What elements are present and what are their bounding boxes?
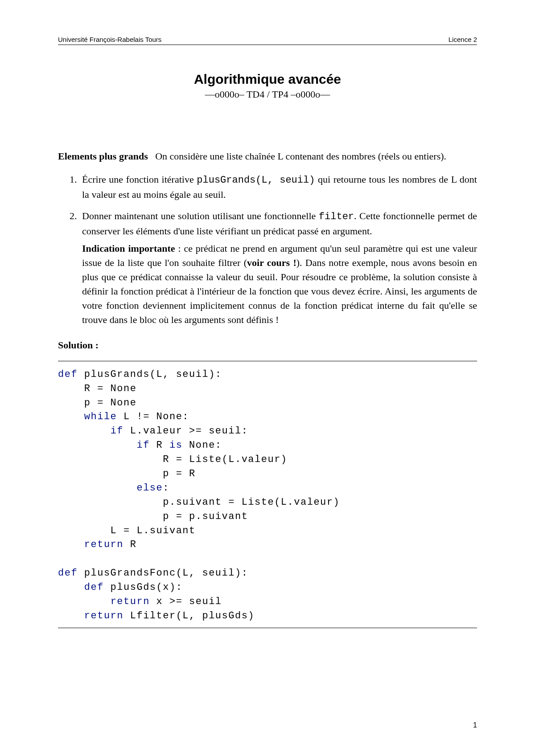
code-l11: p = p.suivant <box>58 511 248 522</box>
code-l06e: None: <box>182 440 222 451</box>
intro-paragraph: Elements plus grands On considère une li… <box>58 149 477 163</box>
code-l05c: L.valeur >= seuil: <box>123 425 248 437</box>
item2-p2-label: Indication importante <box>82 243 175 254</box>
code-l03: p = None <box>58 397 136 409</box>
code-l09a <box>58 482 136 494</box>
item1-code: plusGrands(L, seuil) <box>197 175 315 186</box>
code-l16a <box>58 582 84 593</box>
exercise-item-2: Donner maintenant une solution utilisant… <box>79 209 477 327</box>
code-l05a <box>58 425 111 437</box>
code-l02: R = None <box>58 383 136 394</box>
kw-def: def <box>84 582 104 593</box>
kw-if: if <box>136 440 149 451</box>
kw-while: while <box>84 411 117 422</box>
exercise-item-1: Écrire une fonction itérative plusGrands… <box>79 172 477 202</box>
code-l06a <box>58 440 136 451</box>
header: Université François-Rabelais Tours Licen… <box>58 36 477 45</box>
item2-p1a: Donner maintenant une solution utilisant… <box>82 210 319 221</box>
intro-label: Elements plus grands <box>58 151 148 162</box>
code-l06c: R <box>150 440 169 451</box>
kw-else: else <box>136 482 163 494</box>
page-number: 1 <box>473 721 477 729</box>
document-title: Algorithmique avancée <box>58 72 477 87</box>
code-l01b: plusGrands(L, seuil): <box>78 369 222 380</box>
code-l07: R = Liste(L.valeur) <box>58 454 288 465</box>
kw-return: return <box>111 596 150 607</box>
intro-text: On considère une liste chaînée L contena… <box>155 151 446 162</box>
code-l10: p.suivant = Liste(L.valeur) <box>58 497 340 508</box>
title-block: Algorithmique avancée —o000o– TD4 / TP4 … <box>58 72 477 100</box>
code-l13a <box>58 539 84 550</box>
code-l04c: L != None: <box>117 411 189 422</box>
code-l17a <box>58 596 111 607</box>
solution-label: Solution : <box>58 339 477 351</box>
kw-return: return <box>84 610 123 621</box>
code-l16c: plusGds(x): <box>104 582 182 593</box>
header-left: Université François-Rabelais Tours <box>58 36 161 43</box>
header-right: Licence 2 <box>449 36 477 43</box>
item2-p1code: filter <box>319 211 354 222</box>
code-l04a <box>58 411 84 422</box>
document-subtitle: —o000o– TD4 / TP4 –o000o— <box>58 89 477 100</box>
code-l15b: plusGrandsFonc(L, seuil): <box>78 568 248 579</box>
code-l17c: x >= seuil <box>150 596 222 607</box>
kw-def: def <box>58 568 78 579</box>
kw-return: return <box>84 539 123 550</box>
kw-if: if <box>111 425 123 437</box>
kw-is: is <box>169 440 182 451</box>
page: Université François-Rabelais Tours Licen… <box>0 0 535 756</box>
exercise-list: Écrire une fonction itérative plusGrands… <box>58 172 477 327</box>
code-l13c: R <box>123 539 136 550</box>
kw-def: def <box>58 369 78 380</box>
code-l09c: : <box>163 482 169 494</box>
code-l18c: Lfilter(L, plusGds) <box>123 610 255 621</box>
code-block: def plusGrands(L, seuil): R = None p = N… <box>58 361 477 628</box>
code-l08: p = R <box>58 468 196 479</box>
item2-p2-bold: voir cours ! <box>247 257 296 268</box>
item1-prefix: Écrire une fonction itérative <box>82 174 197 185</box>
code-l12: L = L.suivant <box>58 525 196 536</box>
code-l18a <box>58 610 84 621</box>
